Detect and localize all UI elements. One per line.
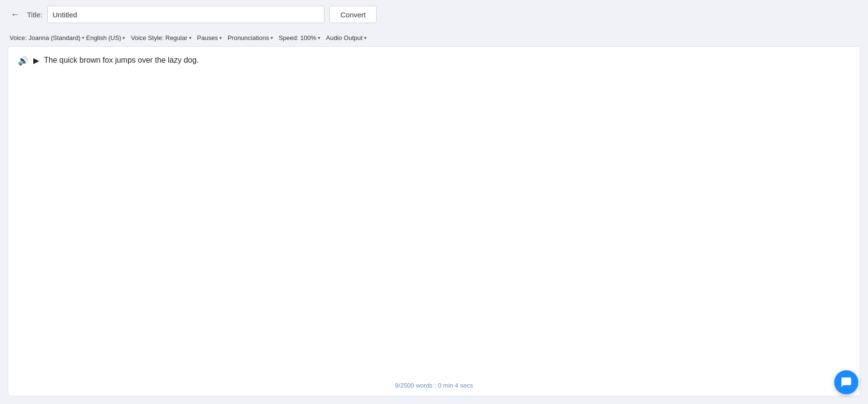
- word-count: 9/2500 words : 0 min 4 secs: [395, 382, 473, 389]
- volume-icon[interactable]: 🔊: [18, 55, 28, 66]
- speed-label: Speed: 100%: [279, 34, 316, 41]
- speed-chevron: ▾: [318, 35, 320, 40]
- audio-output-label: Audio Output: [326, 34, 363, 41]
- editor-area: 🔊 ▶ The quick brown fox jumps over the l…: [8, 46, 860, 396]
- top-bar: ← Title: Convert: [0, 0, 868, 29]
- back-button[interactable]: ←: [8, 8, 22, 22]
- voice-style-chevron: ▾: [189, 35, 191, 40]
- pauses-label: Pauses: [197, 34, 218, 41]
- voice-style-selector[interactable]: Voice Style: Regular ▾: [129, 33, 193, 42]
- voice-label: Voice: Joanna (Standard) • English (US): [10, 34, 121, 41]
- title-input[interactable]: [47, 6, 325, 23]
- chat-icon: [841, 377, 852, 388]
- pronunciations-label: Pronunciations: [228, 34, 269, 41]
- pronunciations-selector[interactable]: Pronunciations ▾: [226, 33, 275, 42]
- title-label: Title:: [27, 11, 42, 19]
- audio-output-chevron: ▾: [364, 35, 366, 40]
- chat-button[interactable]: [834, 370, 858, 394]
- editor-content: 🔊 ▶ The quick brown fox jumps over the l…: [8, 47, 860, 74]
- pauses-selector[interactable]: Pauses ▾: [195, 33, 224, 42]
- voice-style-label: Voice Style: Regular: [131, 34, 187, 41]
- voice-chevron: ▾: [122, 35, 125, 40]
- pauses-chevron: ▾: [219, 35, 222, 40]
- editor-text: The quick brown fox jumps over the lazy …: [44, 54, 199, 66]
- convert-button[interactable]: Convert: [329, 6, 377, 23]
- audio-output-selector[interactable]: Audio Output ▾: [324, 33, 368, 42]
- toolbar: Voice: Joanna (Standard) • English (US) …: [0, 29, 868, 46]
- play-button[interactable]: ▶: [33, 56, 39, 65]
- speed-selector[interactable]: Speed: 100% ▾: [277, 33, 322, 42]
- voice-selector[interactable]: Voice: Joanna (Standard) • English (US) …: [8, 33, 127, 42]
- pronunciations-chevron: ▾: [271, 35, 273, 40]
